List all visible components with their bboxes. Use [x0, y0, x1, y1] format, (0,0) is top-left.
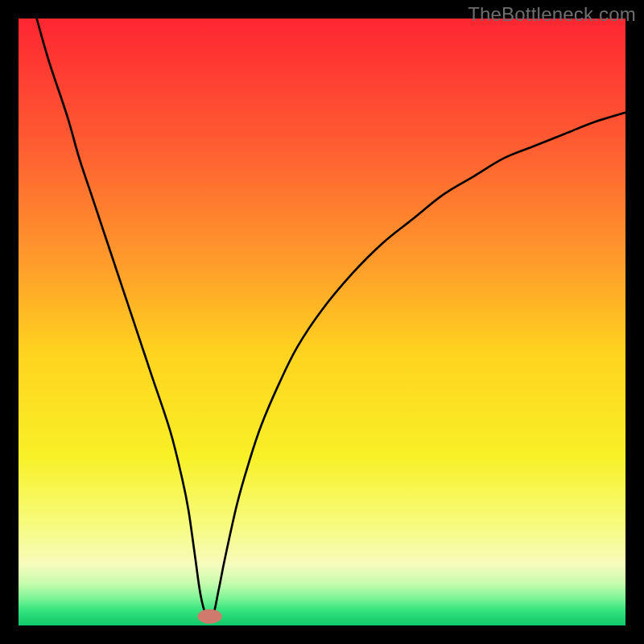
bottleneck-chart: [19, 19, 625, 625]
plot-background: [19, 19, 625, 625]
optimal-marker: [197, 609, 221, 624]
chart-frame: TheBottleneck.com: [0, 0, 644, 644]
watermark-text: TheBottleneck.com: [468, 3, 636, 26]
